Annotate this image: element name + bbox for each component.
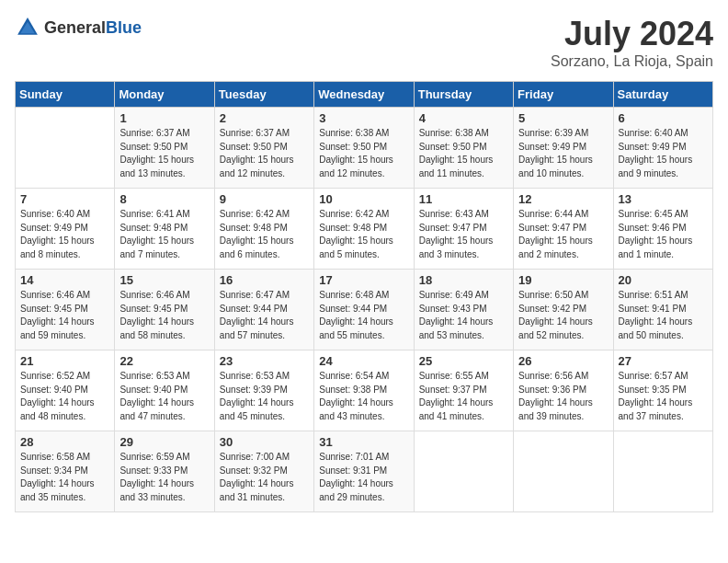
day-info: Sunrise: 6:43 AM Sunset: 9:47 PM Dayligh… [419, 208, 508, 261]
day-info: Sunrise: 6:37 AM Sunset: 9:50 PM Dayligh… [119, 127, 209, 180]
calendar-cell: 11Sunrise: 6:43 AM Sunset: 9:47 PM Dayli… [414, 189, 513, 270]
day-number: 31 [319, 435, 408, 449]
day-info: Sunrise: 6:47 AM Sunset: 9:44 PM Dayligh… [220, 289, 309, 342]
day-info: Sunrise: 7:01 AM Sunset: 9:31 PM Dayligh… [319, 451, 408, 504]
day-info: Sunrise: 6:53 AM Sunset: 9:39 PM Dayligh… [220, 370, 309, 423]
calendar-cell: 4Sunrise: 6:38 AM Sunset: 9:50 PM Daylig… [414, 108, 513, 189]
calendar-cell: 7Sunrise: 6:40 AM Sunset: 9:49 PM Daylig… [16, 189, 115, 270]
day-info: Sunrise: 6:50 AM Sunset: 9:42 PM Dayligh… [518, 289, 608, 342]
day-info: Sunrise: 6:57 AM Sunset: 9:35 PM Dayligh… [619, 370, 708, 423]
day-number: 16 [220, 273, 309, 287]
day-info: Sunrise: 6:54 AM Sunset: 9:38 PM Dayligh… [319, 370, 408, 423]
week-row-1: 1Sunrise: 6:37 AM Sunset: 9:50 PM Daylig… [16, 108, 713, 189]
day-header-tuesday: Tuesday [214, 82, 313, 108]
calendar-cell: 21Sunrise: 6:52 AM Sunset: 9:40 PM Dayli… [16, 350, 115, 431]
calendar-cell: 17Sunrise: 6:48 AM Sunset: 9:44 PM Dayli… [314, 270, 414, 350]
day-info: Sunrise: 7:00 AM Sunset: 9:32 PM Dayligh… [220, 451, 309, 504]
calendar-cell: 15Sunrise: 6:46 AM Sunset: 9:45 PM Dayli… [115, 270, 214, 350]
day-info: Sunrise: 6:38 AM Sunset: 9:50 PM Dayligh… [319, 127, 408, 180]
calendar-cell: 14Sunrise: 6:46 AM Sunset: 9:45 PM Dayli… [16, 270, 115, 350]
day-number: 14 [20, 273, 109, 287]
day-info: Sunrise: 6:56 AM Sunset: 9:36 PM Dayligh… [518, 370, 608, 423]
calendar-table: SundayMondayTuesdayWednesdayThursdayFrid… [15, 81, 713, 512]
calendar-cell: 31Sunrise: 7:01 AM Sunset: 9:31 PM Dayli… [314, 431, 414, 512]
day-number: 21 [20, 354, 109, 368]
day-info: Sunrise: 6:45 AM Sunset: 9:46 PM Dayligh… [619, 208, 708, 261]
logo-text-general: General [44, 18, 106, 37]
calendar-cell: 30Sunrise: 7:00 AM Sunset: 9:32 PM Dayli… [214, 431, 313, 512]
calendar-cell: 13Sunrise: 6:45 AM Sunset: 9:46 PM Dayli… [613, 189, 712, 270]
day-number: 22 [119, 354, 209, 368]
logo: GeneralBlue [15, 15, 142, 40]
day-info: Sunrise: 6:49 AM Sunset: 9:43 PM Dayligh… [419, 289, 508, 342]
week-row-3: 14Sunrise: 6:46 AM Sunset: 9:45 PM Dayli… [16, 270, 713, 350]
day-number: 28 [20, 435, 109, 449]
day-info: Sunrise: 6:44 AM Sunset: 9:47 PM Dayligh… [518, 208, 608, 261]
calendar-cell: 22Sunrise: 6:53 AM Sunset: 9:40 PM Dayli… [115, 350, 214, 431]
calendar-cell: 19Sunrise: 6:50 AM Sunset: 9:42 PM Dayli… [514, 270, 613, 350]
day-info: Sunrise: 6:42 AM Sunset: 9:48 PM Dayligh… [319, 208, 408, 261]
calendar-cell: 28Sunrise: 6:58 AM Sunset: 9:34 PM Dayli… [16, 431, 115, 512]
day-number: 12 [518, 192, 608, 206]
day-number: 11 [419, 192, 508, 206]
day-header-sunday: Sunday [16, 82, 115, 108]
week-row-4: 21Sunrise: 6:52 AM Sunset: 9:40 PM Dayli… [16, 350, 713, 431]
calendar-cell: 23Sunrise: 6:53 AM Sunset: 9:39 PM Dayli… [214, 350, 313, 431]
day-number: 19 [518, 273, 608, 287]
day-number: 17 [319, 273, 408, 287]
day-info: Sunrise: 6:52 AM Sunset: 9:40 PM Dayligh… [20, 370, 109, 423]
day-number: 4 [419, 111, 508, 125]
day-number: 26 [518, 354, 608, 368]
day-number: 10 [319, 192, 408, 206]
location: Sorzano, La Rioja, Spain [551, 53, 713, 70]
day-number: 5 [518, 111, 608, 125]
calendar-cell [613, 431, 712, 512]
calendar-cell: 2Sunrise: 6:37 AM Sunset: 9:50 PM Daylig… [214, 108, 313, 189]
day-number: 30 [220, 435, 309, 449]
day-number: 27 [619, 354, 708, 368]
calendar-cell: 29Sunrise: 6:59 AM Sunset: 9:33 PM Dayli… [115, 431, 214, 512]
day-number: 15 [119, 273, 209, 287]
day-number: 7 [20, 192, 109, 206]
day-header-friday: Friday [514, 82, 613, 108]
day-info: Sunrise: 6:51 AM Sunset: 9:41 PM Dayligh… [619, 289, 708, 342]
day-info: Sunrise: 6:38 AM Sunset: 9:50 PM Dayligh… [419, 127, 508, 180]
day-header-thursday: Thursday [414, 82, 513, 108]
calendar-cell: 9Sunrise: 6:42 AM Sunset: 9:48 PM Daylig… [214, 189, 313, 270]
day-info: Sunrise: 6:37 AM Sunset: 9:50 PM Dayligh… [220, 127, 309, 180]
day-number: 9 [220, 192, 309, 206]
week-row-2: 7Sunrise: 6:40 AM Sunset: 9:49 PM Daylig… [16, 189, 713, 270]
day-number: 20 [619, 273, 708, 287]
calendar-cell: 20Sunrise: 6:51 AM Sunset: 9:41 PM Dayli… [613, 270, 712, 350]
calendar-cell: 8Sunrise: 6:41 AM Sunset: 9:48 PM Daylig… [115, 189, 214, 270]
calendar-cell: 26Sunrise: 6:56 AM Sunset: 9:36 PM Dayli… [514, 350, 613, 431]
month-year: July 2024 [551, 15, 713, 53]
day-number: 13 [619, 192, 708, 206]
day-info: Sunrise: 6:39 AM Sunset: 9:49 PM Dayligh… [518, 127, 608, 180]
calendar-cell [514, 431, 613, 512]
day-header-monday: Monday [115, 82, 214, 108]
day-info: Sunrise: 6:53 AM Sunset: 9:40 PM Dayligh… [119, 370, 209, 423]
header-row: SundayMondayTuesdayWednesdayThursdayFrid… [16, 82, 713, 108]
day-info: Sunrise: 6:59 AM Sunset: 9:33 PM Dayligh… [119, 451, 209, 504]
week-row-5: 28Sunrise: 6:58 AM Sunset: 9:34 PM Dayli… [16, 431, 713, 512]
calendar-cell: 10Sunrise: 6:42 AM Sunset: 9:48 PM Dayli… [314, 189, 414, 270]
calendar-cell [414, 431, 513, 512]
calendar-cell: 18Sunrise: 6:49 AM Sunset: 9:43 PM Dayli… [414, 270, 513, 350]
calendar-cell: 27Sunrise: 6:57 AM Sunset: 9:35 PM Dayli… [613, 350, 712, 431]
calendar-cell: 5Sunrise: 6:39 AM Sunset: 9:49 PM Daylig… [514, 108, 613, 189]
calendar-cell: 24Sunrise: 6:54 AM Sunset: 9:38 PM Dayli… [314, 350, 414, 431]
title-block: July 2024 Sorzano, La Rioja, Spain [551, 15, 713, 70]
day-number: 23 [220, 354, 309, 368]
calendar-cell [16, 108, 115, 189]
day-info: Sunrise: 6:46 AM Sunset: 9:45 PM Dayligh… [20, 289, 109, 342]
day-number: 3 [319, 111, 408, 125]
calendar-cell: 3Sunrise: 6:38 AM Sunset: 9:50 PM Daylig… [314, 108, 414, 189]
page-header: GeneralBlue July 2024 Sorzano, La Rioja,… [15, 15, 713, 70]
day-number: 1 [119, 111, 209, 125]
calendar-cell: 16Sunrise: 6:47 AM Sunset: 9:44 PM Dayli… [214, 270, 313, 350]
day-info: Sunrise: 6:55 AM Sunset: 9:37 PM Dayligh… [419, 370, 508, 423]
day-info: Sunrise: 6:58 AM Sunset: 9:34 PM Dayligh… [20, 451, 109, 504]
calendar-cell: 12Sunrise: 6:44 AM Sunset: 9:47 PM Dayli… [514, 189, 613, 270]
calendar-cell: 1Sunrise: 6:37 AM Sunset: 9:50 PM Daylig… [115, 108, 214, 189]
